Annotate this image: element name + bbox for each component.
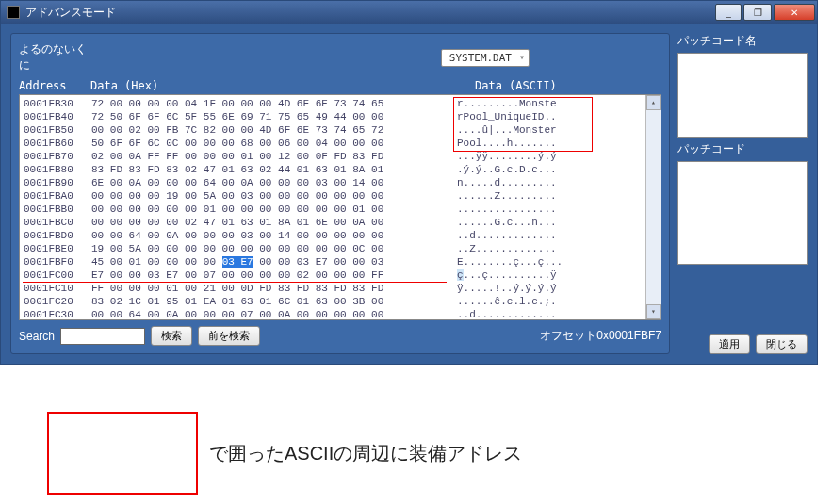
hex-cell[interactable]: 00 00 00 00 00 00 01 00 00 00 00 00 00 0…: [91, 203, 457, 216]
close-panel-button[interactable]: 閉じる: [756, 334, 808, 354]
side-panel: パッチコード名 パッチコード 適用 閉じる: [677, 33, 808, 354]
hex-row[interactable]: 0001FBA000 00 00 00 19 00 5A 00 03 00 00…: [24, 189, 657, 203]
address-cell: 0001FB70: [24, 150, 91, 163]
hex-cell[interactable]: 6E 00 0A 00 00 00 64 00 0A 00 00 00 03 0…: [91, 176, 457, 189]
ascii-cell[interactable]: ......ê.c.l.c.;.: [457, 295, 657, 308]
file-dropdown[interactable]: SYSTEM.DAT: [441, 49, 530, 67]
ascii-cell[interactable]: ÿ.....!..ý.ý.ý.ý: [457, 282, 657, 295]
address-cell: 0001FB40: [24, 110, 91, 123]
hex-row[interactable]: 0001FBF045 00 01 00 00 00 00 03 E7 00 00…: [24, 255, 657, 268]
search-input[interactable]: [60, 328, 145, 345]
hex-viewer[interactable]: 0001FB3072 00 00 00 00 04 1F 00 00 00 4D…: [19, 94, 661, 320]
hex-cell[interactable]: 00 00 00 00 00 02 47 01 63 01 8A 01 6E 0…: [91, 216, 457, 229]
hex-cell[interactable]: 83 02 1C 01 95 01 EA 01 63 01 6C 01 63 0…: [91, 295, 457, 308]
hex-row[interactable]: 0001FBB000 00 00 00 00 00 01 00 00 00 00…: [24, 203, 657, 216]
ascii-cell[interactable]: ç...ç..........ÿ: [457, 268, 657, 282]
address-cell: 0001FC30: [24, 308, 91, 320]
hex-cell[interactable]: 19 00 5A 00 00 00 00 00 00 00 00 00 00 0…: [91, 242, 457, 255]
col-address: Address: [19, 79, 90, 92]
hex-selection[interactable]: 03 E7: [222, 256, 253, 268]
ascii-cell[interactable]: E........ç...ç...: [457, 255, 657, 268]
address-cell: 0001FC20: [24, 295, 91, 308]
hex-cell[interactable]: E7 00 00 03 E7 00 07 00 00 00 00 02 00 0…: [91, 268, 457, 282]
address-cell: 0001FBD0: [24, 229, 91, 242]
hex-row[interactable]: 0001FBD000 00 64 00 0A 00 00 00 03 00 14…: [24, 229, 657, 242]
address-cell: 0001FB30: [24, 97, 91, 110]
address-cell: 0001FBA0: [24, 189, 91, 203]
hex-cell[interactable]: 72 00 00 00 00 04 1F 00 00 00 4D 6F 6E 7…: [91, 97, 457, 110]
close-button[interactable]: ✕: [774, 4, 815, 21]
panel-title: よるのないくに: [19, 41, 94, 73]
red-empty-box: [47, 412, 198, 495]
address-cell: 0001FBF0: [24, 255, 91, 268]
hex-row[interactable]: 0001FC10FF 00 00 00 01 00 21 00 0D FD 83…: [24, 282, 657, 295]
maximize-button[interactable]: ❐: [743, 4, 772, 21]
address-cell: 0001FBB0: [24, 203, 91, 216]
red-underline: [23, 282, 447, 283]
titlebar[interactable]: アドバンスモード _ ❐ ✕: [1, 1, 817, 24]
address-cell: 0001FB80: [24, 163, 91, 176]
hex-cell[interactable]: 02 00 0A FF FF 00 00 00 01 00 12 00 0F F…: [91, 150, 457, 163]
ascii-cell[interactable]: ...ÿÿ........ý.ý: [457, 150, 657, 163]
vertical-scrollbar[interactable]: ▴ ▾: [645, 95, 661, 319]
address-cell: 0001FC00: [24, 268, 91, 282]
ascii-cell[interactable]: rPool_UniqueID..: [457, 110, 657, 123]
ascii-cell[interactable]: ......Z.........: [457, 189, 657, 203]
hex-cell[interactable]: 00 00 64 00 0A 00 00 00 07 00 0A 00 00 0…: [91, 308, 457, 320]
annotation-row: で囲ったASCIIの周辺に装備アドレス: [0, 412, 832, 495]
hex-cell[interactable]: 83 FD 83 FD 83 02 47 01 63 02 44 01 63 0…: [91, 163, 457, 176]
search-label: Search: [19, 330, 55, 343]
hex-cell[interactable]: 72 50 6F 6F 6C 5F 55 6E 69 71 75 65 49 4…: [91, 110, 457, 123]
address-cell: 0001FBE0: [24, 242, 91, 255]
hex-row[interactable]: 0001FC2083 02 1C 01 95 01 EA 01 63 01 6C…: [24, 295, 657, 308]
ascii-cell[interactable]: ..Z.............: [457, 242, 657, 255]
hex-cell[interactable]: 45 00 01 00 00 00 00 03 E7 00 00 03 E7 0…: [91, 255, 457, 268]
hex-row[interactable]: 0001FB5000 00 02 00 FB 7C 82 00 00 4D 6F…: [24, 123, 657, 137]
ascii-cell[interactable]: ......G.c...n...: [457, 216, 657, 229]
address-cell: 0001FB90: [24, 176, 91, 189]
hex-cell[interactable]: 00 00 02 00 FB 7C 82 00 00 4D 6F 6E 73 7…: [91, 123, 457, 137]
search-prev-button[interactable]: 前を検索: [198, 326, 260, 346]
search-button[interactable]: 検索: [151, 326, 192, 346]
col-hex: Data (Hex): [90, 79, 475, 92]
patch-name-box[interactable]: [677, 53, 808, 138]
ascii-cell[interactable]: n.....d.........: [457, 176, 657, 189]
hex-row[interactable]: 0001FB6050 6F 6F 6C 0C 00 00 00 68 00 06…: [24, 137, 657, 150]
hex-cell[interactable]: 50 6F 6F 6C 0C 00 00 00 68 00 06 00 04 0…: [91, 137, 457, 150]
hex-row[interactable]: 0001FB7002 00 0A FF FF 00 00 00 01 00 12…: [24, 150, 657, 163]
ascii-cell[interactable]: Pool....h.......: [457, 137, 657, 150]
ascii-cell[interactable]: ..d.............: [457, 308, 657, 320]
hex-row[interactable]: 0001FB3072 00 00 00 00 04 1F 00 00 00 4D…: [24, 97, 657, 110]
hex-row[interactable]: 0001FC00E7 00 00 03 E7 00 07 00 00 00 00…: [24, 268, 657, 282]
main-panel: よるのないくに SYSTEM.DAT Address Data (Hex) Da…: [10, 33, 670, 354]
offset-display: オフセット0x0001FBF7: [540, 328, 661, 344]
patch-name-label: パッチコード名: [677, 33, 808, 49]
address-cell: 0001FB60: [24, 137, 91, 150]
hex-cell[interactable]: 00 00 64 00 0A 00 00 00 03 00 14 00 00 0…: [91, 229, 457, 242]
hex-row[interactable]: 0001FB906E 00 0A 00 00 00 64 00 0A 00 00…: [24, 176, 657, 189]
ascii-cell[interactable]: ....û|...Monster: [457, 123, 657, 137]
app-window: アドバンスモード _ ❐ ✕ よるのないくに SYSTEM.DAT Addres…: [0, 0, 818, 365]
ascii-cell[interactable]: .ý.ý..G.c.D.c...: [457, 163, 657, 176]
minimize-button[interactable]: _: [715, 4, 742, 21]
annotation-text: で囲ったASCIIの周辺に装備アドレス: [209, 441, 522, 466]
hex-row[interactable]: 0001FB8083 FD 83 FD 83 02 47 01 63 02 44…: [24, 163, 657, 176]
hex-cell[interactable]: 00 00 00 00 19 00 5A 00 03 00 00 00 00 0…: [91, 189, 457, 203]
address-cell: 0001FBC0: [24, 216, 91, 229]
scroll-down-button[interactable]: ▾: [646, 304, 661, 319]
hex-row[interactable]: 0001FBC000 00 00 00 00 02 47 01 63 01 8A…: [24, 216, 657, 229]
address-cell: 0001FC10: [24, 282, 91, 295]
address-cell: 0001FB50: [24, 123, 91, 137]
ascii-cell[interactable]: r.........Monste: [457, 97, 657, 110]
apply-button[interactable]: 適用: [709, 334, 750, 354]
scroll-up-button[interactable]: ▴: [646, 95, 661, 110]
ascii-cell[interactable]: ................: [457, 203, 657, 216]
patch-code-label: パッチコード: [677, 141, 808, 157]
hex-row[interactable]: 0001FBE019 00 5A 00 00 00 00 00 00 00 00…: [24, 242, 657, 255]
hex-row[interactable]: 0001FC3000 00 64 00 0A 00 00 00 07 00 0A…: [24, 308, 657, 320]
window-title: アドバンスモード: [25, 5, 715, 21]
patch-code-box[interactable]: [677, 161, 808, 265]
ascii-cell[interactable]: ..d.............: [457, 229, 657, 242]
hex-cell[interactable]: FF 00 00 00 01 00 21 00 0D FD 83 FD 83 F…: [91, 282, 457, 295]
hex-row[interactable]: 0001FB4072 50 6F 6F 6C 5F 55 6E 69 71 75…: [24, 110, 657, 123]
